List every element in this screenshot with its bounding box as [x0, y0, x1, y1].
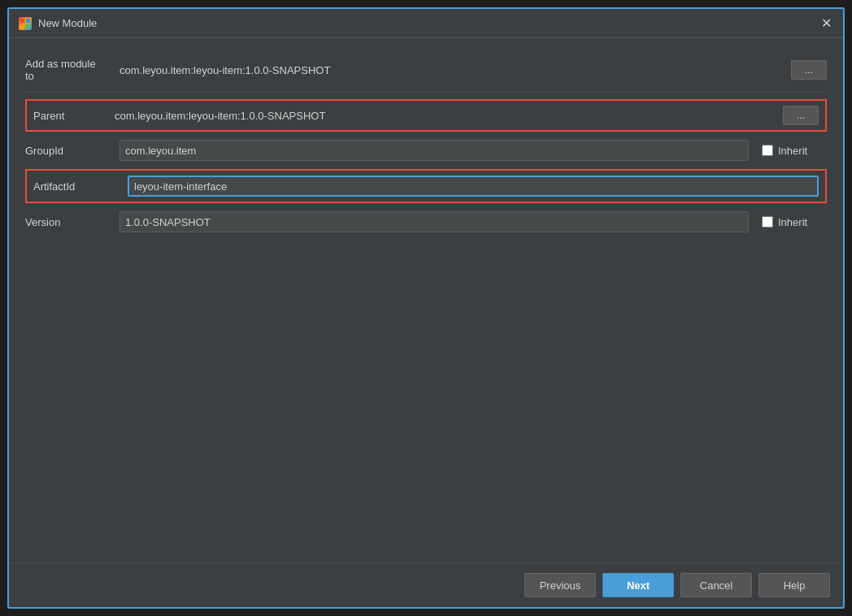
next-button[interactable]: Next: [602, 573, 674, 597]
parent-value: com.leyou.item:leyou-item:1.0.0-SNAPSHOT: [115, 110, 770, 122]
groupid-inherit-label: Inherit: [778, 145, 807, 157]
groupid-inherit-checkbox[interactable]: [762, 145, 773, 156]
svg-rect-0: [20, 19, 24, 23]
title-bar: New Module ✕: [9, 9, 843, 38]
groupid-inherit-container: Inherit: [762, 145, 827, 157]
groupid-label: GroupId: [25, 145, 106, 157]
footer: Previous Next Cancel Help: [9, 562, 843, 607]
close-button[interactable]: ✕: [819, 16, 833, 31]
parent-label: Parent: [33, 110, 102, 122]
add-as-module-browse-button[interactable]: ...: [791, 60, 827, 80]
parent-row: Parent com.leyou.item:leyou-item:1.0.0-S…: [25, 99, 827, 132]
separator-1: [25, 92, 827, 93]
help-button[interactable]: Help: [759, 573, 830, 597]
version-row: Version Inherit: [25, 206, 827, 237]
dialog-title: New Module: [38, 17, 97, 29]
parent-browse-button[interactable]: ...: [783, 106, 819, 125]
title-bar-left: New Module: [19, 17, 97, 30]
cancel-button[interactable]: Cancel: [680, 573, 752, 597]
artifactid-row: ArtifactId: [25, 169, 827, 203]
version-label: Version: [25, 216, 106, 228]
content-spacer: [25, 237, 827, 549]
version-inherit-container: Inherit: [762, 216, 827, 228]
artifactid-input[interactable]: [128, 176, 819, 197]
add-as-module-row: Add as module to com.leyou.item:leyou-it…: [25, 51, 827, 89]
svg-rect-3: [26, 24, 30, 28]
groupid-input[interactable]: [120, 140, 749, 161]
content-area: Add as module to com.leyou.item:leyou-it…: [9, 38, 843, 562]
version-inherit-label: Inherit: [778, 216, 807, 228]
add-as-module-value: com.leyou.item:leyou-item:1.0.0-SNAPSHOT: [120, 64, 778, 76]
dialog-icon: [19, 17, 32, 30]
groupid-row: GroupId Inherit: [25, 135, 827, 166]
artifactid-label: ArtifactId: [33, 180, 115, 193]
previous-button[interactable]: Previous: [524, 573, 596, 597]
svg-rect-1: [26, 19, 30, 23]
add-as-module-label: Add as module to: [25, 58, 106, 82]
new-module-dialog: New Module ✕ Add as module to com.leyou.…: [7, 7, 845, 609]
svg-rect-2: [20, 24, 24, 28]
version-inherit-checkbox[interactable]: [762, 216, 773, 228]
version-input[interactable]: [120, 211, 749, 232]
